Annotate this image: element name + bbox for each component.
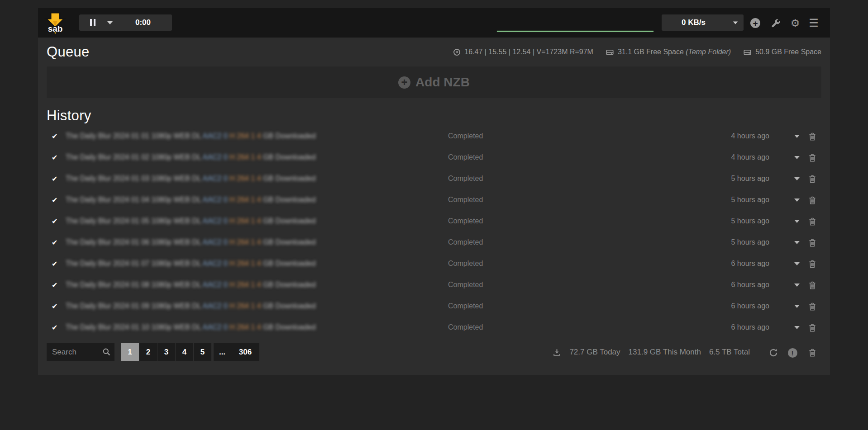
add-nzb-button[interactable]: + (750, 18, 761, 28)
completed-check-icon: ✔ (52, 302, 57, 311)
job-name-blurred[interactable]: The Daily Blur 2024 01 02 1080p WEB DL A… (66, 153, 364, 161)
completed-age: 6 hours ago (731, 323, 769, 331)
history-row: ✔The Daily Blur 2024 01 09 1080p WEB DL … (47, 296, 821, 317)
status-label: Completed (448, 153, 483, 161)
history-row: ✔The Daily Blur 2024 01 07 1080p WEB DL … (47, 254, 821, 275)
row-actions-caret-icon[interactable] (794, 198, 800, 202)
delete-row-trash-icon[interactable] (808, 281, 817, 292)
total-today: 72.7 GB Today (569, 348, 620, 357)
app-container: sab 0:00 0 KB/s + ⚙ ☰ Queue (38, 8, 830, 375)
page-button-3[interactable]: 3 (157, 343, 175, 361)
row-actions-caret-icon[interactable] (794, 156, 800, 159)
add-nzb-dropzone[interactable]: + Add NZB (47, 66, 821, 98)
speed-caret-icon (733, 22, 738, 24)
svg-text:sab: sab (48, 24, 63, 33)
row-actions-caret-icon[interactable] (794, 177, 800, 180)
completed-check-icon: ✔ (52, 175, 57, 183)
page-button-4[interactable]: 4 (176, 343, 193, 361)
queue-header: Queue 16.47 | 15.55 | 12.54 | V=1723M R=… (47, 38, 821, 61)
failed-history-button[interactable]: ! (787, 347, 798, 358)
delete-row-trash-icon[interactable] (808, 302, 817, 313)
queue-control-bar: 0:00 (79, 14, 172, 31)
completed-check-icon: ✔ (52, 217, 57, 226)
delete-row-trash-icon[interactable] (808, 153, 817, 164)
job-name-blurred[interactable]: The Daily Blur 2024 01 04 1080p WEB DL A… (66, 196, 364, 204)
delete-row-trash-icon[interactable] (808, 323, 817, 334)
history-row: ✔The Daily Blur 2024 01 03 1080p WEB DL … (47, 169, 821, 190)
history-row: ✔The Daily Blur 2024 01 02 1080p WEB DL … (47, 147, 821, 169)
refresh-history-button[interactable] (768, 347, 779, 358)
delete-row-trash-icon[interactable] (808, 132, 817, 143)
completed-age: 4 hours ago (731, 132, 769, 140)
completed-check-icon: ✔ (52, 281, 57, 289)
status-label: Completed (448, 323, 483, 331)
settings-button[interactable]: ⚙ (790, 18, 801, 28)
history-row: ✔The Daily Blur 2024 01 08 1080p WEB DL … (47, 275, 821, 296)
page-button-...[interactable]: ... (214, 343, 231, 361)
job-name-blurred[interactable]: The Daily Blur 2024 01 06 1080p WEB DL A… (66, 238, 364, 246)
queue-title: Queue (47, 44, 90, 60)
pause-icon[interactable] (90, 19, 95, 26)
page-button-5[interactable]: 5 (194, 343, 211, 361)
row-actions-caret-icon[interactable] (794, 135, 800, 138)
delete-row-trash-icon[interactable] (808, 196, 817, 207)
completed-check-icon: ✔ (52, 260, 57, 268)
complete-free-space: 50.9 GB Free Space (755, 48, 821, 56)
hamburger-icon: ☰ (809, 17, 819, 29)
pagination: 12345...306 (121, 343, 259, 361)
delete-row-trash-icon[interactable] (808, 217, 817, 228)
pause-options-caret-icon[interactable] (107, 21, 113, 24)
job-name-blurred[interactable]: The Daily Blur 2024 01 05 1080p WEB DL A… (66, 217, 364, 225)
row-actions-caret-icon[interactable] (794, 220, 800, 223)
top-navbar: sab 0:00 0 KB/s + ⚙ ☰ (38, 8, 830, 38)
completed-check-icon: ✔ (52, 153, 57, 162)
menu-button[interactable]: ☰ (808, 18, 819, 28)
row-actions-caret-icon[interactable] (794, 305, 800, 308)
plus-circle-icon: + (750, 18, 760, 28)
search-icon[interactable] (102, 348, 111, 356)
status-label: Completed (448, 281, 483, 289)
sabnzbd-logo-icon[interactable]: sab (44, 12, 66, 34)
completed-check-icon: ✔ (52, 132, 57, 141)
total-all: 6.5 TB Total (709, 348, 750, 357)
status-label: Completed (448, 175, 483, 183)
status-label: Completed (448, 196, 483, 204)
history-row: ✔The Daily Blur 2024 01 06 1080p WEB DL … (47, 232, 821, 254)
status-label: Completed (448, 260, 483, 268)
purge-history-button[interactable] (807, 347, 818, 358)
delete-row-trash-icon[interactable] (808, 238, 817, 249)
delete-row-trash-icon[interactable] (808, 260, 817, 270)
completed-age: 6 hours ago (731, 260, 769, 268)
status-label: Completed (448, 238, 483, 246)
history-totals: 72.7 GB Today 131.9 GB This Month 6.5 TB… (553, 348, 750, 357)
queue-stats: 16.47 | 15.55 | 12.54 | V=1723M R=97M 31… (453, 48, 821, 56)
status-options-button[interactable] (770, 18, 781, 28)
temp-free-space: 31.1 GB Free Space (Temp Folder) (618, 48, 731, 56)
row-actions-caret-icon[interactable] (794, 284, 800, 287)
history-row: ✔The Daily Blur 2024 01 05 1080p WEB DL … (47, 211, 821, 232)
page-button-2[interactable]: 2 (139, 343, 157, 361)
row-actions-caret-icon[interactable] (794, 326, 800, 329)
row-actions-caret-icon[interactable] (794, 241, 800, 244)
speed-limit-dropdown[interactable]: 0 KB/s (662, 14, 744, 31)
delete-row-trash-icon[interactable] (808, 175, 817, 185)
row-actions-caret-icon[interactable] (794, 262, 800, 265)
job-name-blurred[interactable]: The Daily Blur 2024 01 03 1080p WEB DL A… (66, 175, 364, 183)
hdd-icon (744, 48, 751, 56)
speed-graph-line (497, 31, 653, 32)
page-button-306[interactable]: 306 (231, 343, 259, 361)
job-name-blurred[interactable]: The Daily Blur 2024 01 09 1080p WEB DL A… (66, 302, 364, 310)
add-nzb-label: Add NZB (415, 75, 470, 90)
status-label: Completed (448, 217, 483, 225)
page-button-1[interactable]: 1 (121, 343, 139, 361)
job-name-blurred[interactable]: The Daily Blur 2024 01 10 1080p WEB DL A… (66, 323, 364, 331)
history-row: ✔The Daily Blur 2024 01 04 1080p WEB DL … (47, 190, 821, 211)
job-name-blurred[interactable]: The Daily Blur 2024 01 07 1080p WEB DL A… (66, 260, 364, 268)
plus-circle-icon: + (398, 76, 410, 89)
search-input[interactable] (47, 343, 100, 361)
job-name-blurred[interactable]: The Daily Blur 2024 01 08 1080p WEB DL A… (66, 281, 364, 289)
job-name-blurred[interactable]: The Daily Blur 2024 01 01 1080p WEB DL A… (66, 132, 364, 140)
completed-age: 5 hours ago (731, 196, 769, 204)
history-header: History (47, 105, 821, 126)
refresh-icon (768, 348, 778, 358)
